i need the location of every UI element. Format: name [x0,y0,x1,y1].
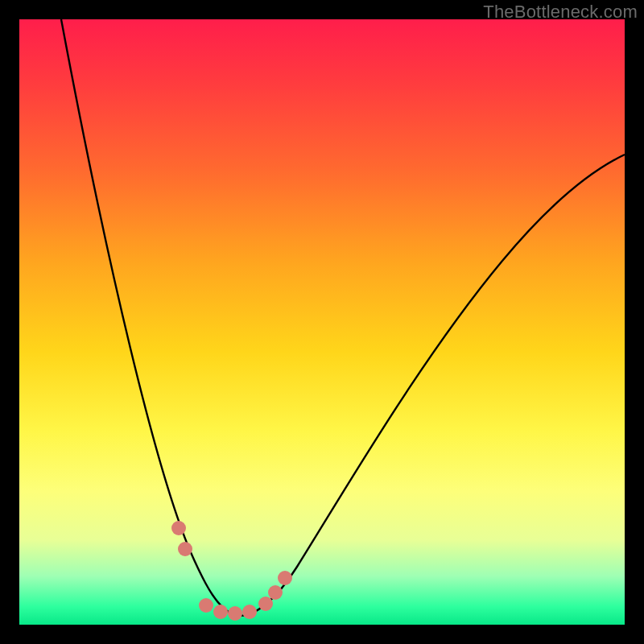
svg-point-5 [242,605,257,619]
svg-point-2 [199,598,213,613]
svg-point-0 [171,521,186,535]
bottleneck-curve-path [61,19,625,616]
optimal-range-markers [171,521,292,621]
chart-plot-area [19,19,625,625]
svg-point-7 [268,585,283,600]
svg-point-6 [258,597,273,611]
watermark-text: TheBottleneck.com [483,2,638,23]
svg-point-3 [213,605,228,619]
svg-point-1 [178,542,192,556]
chart-frame: TheBottleneck.com [0,0,644,644]
bottleneck-curve-svg [19,19,625,625]
svg-point-8 [278,571,292,585]
svg-point-4 [228,606,242,621]
